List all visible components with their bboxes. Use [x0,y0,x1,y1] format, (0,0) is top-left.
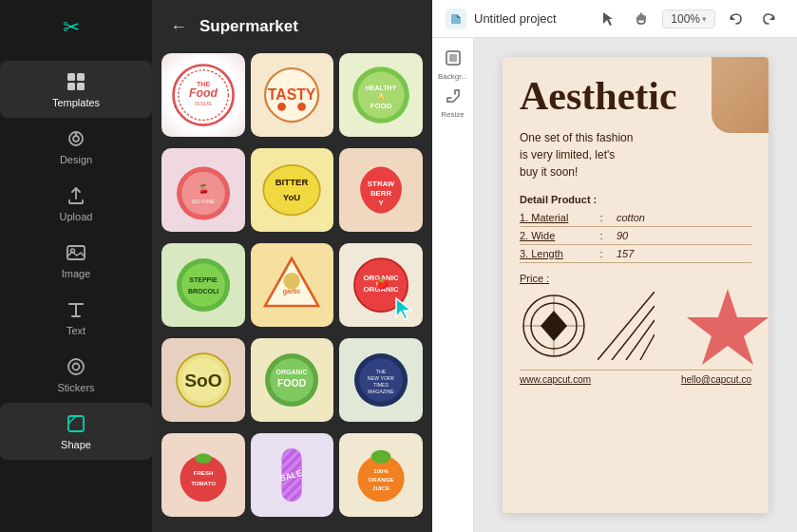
svg-point-7 [73,136,79,142]
back-icon: ← [170,17,187,37]
svg-text:100%: 100% [373,467,389,474]
hand-tool-btn[interactable] [628,5,656,33]
sticker-cherry[interactable]: 🍒 SO FINE [161,148,245,232]
logo[interactable]: ✂ [59,10,93,44]
project-name: Untitled project [474,11,586,26]
svg-line-84 [612,306,655,360]
design-description: One set of this fashionis very limited, … [520,129,751,180]
detail-section: Detail Product : 1. Material : cotton 2.… [520,194,751,263]
cursor-tool-btn[interactable] [594,5,622,33]
length-sep: : [594,248,609,259]
sidebar-item-upload[interactable]: Upload [0,175,152,232]
svg-point-71 [371,450,391,464]
wide-sep: : [594,230,609,241]
material-sep: : [594,212,609,223]
undo-btn[interactable] [721,5,750,33]
sidebar-item-shape[interactable]: Shape [0,403,152,460]
sidebar-item-text[interactable]: Text [0,289,152,346]
svg-marker-87 [687,289,769,365]
svg-rect-79 [449,54,457,62]
svg-text:FOOD: FOOD [370,102,392,110]
resize-tool-btn[interactable]: Resize [436,86,470,120]
svg-text:SO FINE: SO FINE [192,198,216,204]
sticker-organic-food[interactable]: ORGANIC FOOD [251,338,334,422]
sticker-nytimes[interactable]: THE NEW YORK TIMES MAGAZINE [339,338,423,422]
sidebar-item-templates[interactable]: Templates [0,61,152,118]
svg-text:TASTY: TASTY [268,86,316,103]
redo-btn[interactable] [755,5,784,33]
text-icon [65,298,87,321]
sticker-steppie-brocoli[interactable]: STEPPIE BROCOLI [161,243,245,327]
sidebar-item-design[interactable]: Design [0,118,152,175]
sticker-soo[interactable]: SoO [161,338,245,422]
sticker-strawberry[interactable]: STRAW BERR Y [339,148,423,232]
sticker-tasty[interactable]: TASTY [251,53,334,137]
sticker-bitter-you[interactable]: BITTER YoU [251,148,334,232]
svg-text:TOMATO: TOMATO [191,479,216,485]
svg-text:FRESH: FRESH [193,469,213,476]
background-icon [445,49,462,70]
resize-label: Resize [441,110,464,119]
sidebar-item-stickers[interactable]: Stickers [0,346,152,403]
background-tool-btn[interactable]: Backgr... [436,48,470,82]
canvas-content[interactable]: Aesthetic One set of this fashionis very… [474,38,797,532]
stickers-icon [65,355,87,378]
svg-text:BITTER: BITTER [275,177,309,187]
svg-text:NEW YORK: NEW YORK [368,375,395,381]
svg-rect-13 [68,416,84,431]
detail-row-material: 1. Material : cotton [520,209,751,227]
zoom-control[interactable]: 100% ▾ [662,10,715,28]
templates-icon [65,70,87,93]
svg-line-85 [626,320,655,360]
background-label: Backgr... [438,72,467,81]
svg-rect-2 [67,73,75,81]
sticker-garlic-triangle[interactable]: garlic [251,243,334,327]
footer-right: hello@capcut.co [681,374,751,385]
svg-text:BERR: BERR [370,189,392,198]
text-label: Text [66,325,85,336]
sidebar: ✂ Templates Design [0,0,152,532]
middle-panel: ← Supermarket THE Food ISSUE TASTY [152,0,432,532]
design-label: Design [60,154,92,165]
design-card: Aesthetic One set of this fashionis very… [503,57,769,513]
sticker-food-issue[interactable]: THE Food ISSUE [161,53,245,137]
svg-point-43 [284,273,301,290]
circle-design [520,292,588,360]
detail-row-wide: 2. Wide : 90 [520,227,751,245]
wide-val: 90 [617,230,628,241]
back-button[interactable]: ← [165,13,192,40]
sticker-fresh-tomato[interactable]: FRESH TOMATO [161,433,245,517]
sticker-orange-juice[interactable]: 100% ORANGE JUICE [339,433,423,517]
resize-icon [445,87,462,108]
right-panel: Untitled project 100% ▾ [432,0,797,532]
svg-marker-75 [603,12,613,26]
canvas-area: Backgr... Resize Aesthetic [432,38,797,532]
svg-point-11 [68,359,84,374]
footer-left: www.capcut.com [520,374,591,385]
detail-label: Detail Product : [520,194,751,205]
svg-point-21 [298,103,307,111]
length-val: 157 [617,248,634,259]
stickers-label: Stickers [57,382,94,393]
sidebar-item-image[interactable]: Image [0,232,152,289]
svg-text:HEALTHY: HEALTHY [366,85,397,91]
svg-rect-4 [67,83,75,90]
svg-text:ORANGE: ORANGE [369,476,394,483]
svg-text:🍒: 🍒 [198,183,208,195]
star-design [685,284,769,370]
svg-point-63 [195,453,212,464]
price-label: Price : [520,273,751,284]
material-val: cotton [617,212,645,223]
sticker-healthy-food[interactable]: HEALTHY 🍌 FOOD [339,53,423,137]
footer-links: www.capcut.com hello@capcut.co [520,370,751,385]
templates-label: Templates [52,97,100,108]
svg-point-12 [73,364,80,370]
panel-title: Supermarket [199,17,298,36]
zoom-level: 100% [671,12,700,26]
side-tools: Backgr... Resize [432,38,474,532]
svg-text:STEPPIE: STEPPIE [189,276,218,283]
sticker-organic[interactable]: ORGANIC ORGANIC 🍅 [339,243,423,327]
svg-text:BROCOLI: BROCOLI [188,288,218,294]
sticker-sale[interactable]: SALE [251,433,334,517]
svg-text:Food: Food [189,86,218,100]
